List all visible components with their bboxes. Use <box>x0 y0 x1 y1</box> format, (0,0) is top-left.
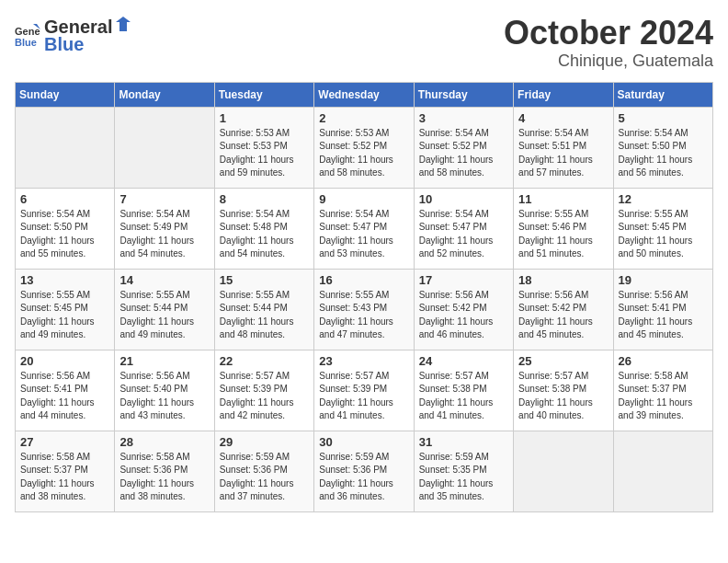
calendar-cell: 4Sunrise: 5:54 AM Sunset: 5:51 PM Daylig… <box>514 107 613 188</box>
calendar-cell: 5Sunrise: 5:54 AM Sunset: 5:50 PM Daylig… <box>613 107 712 188</box>
day-info: Sunrise: 5:54 AM Sunset: 5:52 PM Dayligh… <box>419 127 508 180</box>
calendar-cell: 30Sunrise: 5:59 AM Sunset: 5:36 PM Dayli… <box>314 431 414 511</box>
weekday-header-cell: Friday <box>514 82 613 107</box>
calendar-cell: 15Sunrise: 5:55 AM Sunset: 5:44 PM Dayli… <box>214 269 313 350</box>
day-number: 23 <box>319 354 408 368</box>
svg-text:General: General <box>15 26 40 37</box>
day-number: 22 <box>220 354 309 368</box>
day-info: Sunrise: 5:54 AM Sunset: 5:50 PM Dayligh… <box>619 127 708 180</box>
day-number: 2 <box>319 111 408 125</box>
calendar-cell: 14Sunrise: 5:55 AM Sunset: 5:44 PM Dayli… <box>115 269 214 350</box>
calendar-cell: 19Sunrise: 5:56 AM Sunset: 5:41 PM Dayli… <box>613 269 712 350</box>
day-number: 3 <box>419 111 508 125</box>
day-info: Sunrise: 5:58 AM Sunset: 5:37 PM Dayligh… <box>20 451 109 504</box>
day-info: Sunrise: 5:59 AM Sunset: 5:36 PM Dayligh… <box>220 451 309 504</box>
day-number: 16 <box>319 273 408 287</box>
calendar-cell: 10Sunrise: 5:54 AM Sunset: 5:47 PM Dayli… <box>414 188 513 269</box>
calendar-cell: 2Sunrise: 5:53 AM Sunset: 5:52 PM Daylig… <box>314 107 414 188</box>
calendar-week-row: 1Sunrise: 5:53 AM Sunset: 5:53 PM Daylig… <box>16 107 713 188</box>
calendar-cell: 12Sunrise: 5:55 AM Sunset: 5:45 PM Dayli… <box>613 188 712 269</box>
day-number: 4 <box>518 111 608 125</box>
calendar-cell: 8Sunrise: 5:54 AM Sunset: 5:48 PM Daylig… <box>214 188 313 269</box>
calendar-cell: 23Sunrise: 5:57 AM Sunset: 5:39 PM Dayli… <box>314 350 414 431</box>
day-info: Sunrise: 5:56 AM Sunset: 5:42 PM Dayligh… <box>518 289 608 342</box>
day-number: 11 <box>518 192 608 206</box>
calendar-week-row: 6Sunrise: 5:54 AM Sunset: 5:50 PM Daylig… <box>16 188 713 269</box>
day-number: 14 <box>119 273 209 287</box>
logo: General Blue General Blue <box>15 15 132 55</box>
weekday-header-cell: Thursday <box>414 82 513 107</box>
day-info: Sunrise: 5:59 AM Sunset: 5:35 PM Dayligh… <box>419 451 508 504</box>
calendar-cell: 31Sunrise: 5:59 AM Sunset: 5:35 PM Dayli… <box>414 431 513 511</box>
day-info: Sunrise: 5:54 AM Sunset: 5:48 PM Dayligh… <box>220 208 309 261</box>
day-info: Sunrise: 5:56 AM Sunset: 5:41 PM Dayligh… <box>619 289 708 342</box>
day-info: Sunrise: 5:54 AM Sunset: 5:51 PM Dayligh… <box>518 127 608 180</box>
day-number: 9 <box>319 192 408 206</box>
calendar-cell: 11Sunrise: 5:55 AM Sunset: 5:46 PM Dayli… <box>514 188 613 269</box>
day-number: 27 <box>20 435 109 449</box>
title-block: October 2024 Chinique, Guatemala <box>504 15 713 71</box>
svg-text:Blue: Blue <box>15 37 37 48</box>
day-info: Sunrise: 5:53 AM Sunset: 5:52 PM Dayligh… <box>319 127 408 180</box>
calendar-week-row: 27Sunrise: 5:58 AM Sunset: 5:37 PM Dayli… <box>16 431 713 511</box>
day-info: Sunrise: 5:55 AM Sunset: 5:44 PM Dayligh… <box>119 289 209 342</box>
calendar-cell: 25Sunrise: 5:57 AM Sunset: 5:38 PM Dayli… <box>514 350 613 431</box>
calendar-cell: 3Sunrise: 5:54 AM Sunset: 5:52 PM Daylig… <box>414 107 513 188</box>
calendar-cell: 18Sunrise: 5:56 AM Sunset: 5:42 PM Dayli… <box>514 269 613 350</box>
day-number: 29 <box>220 435 309 449</box>
day-number: 12 <box>619 192 708 206</box>
calendar-week-row: 13Sunrise: 5:55 AM Sunset: 5:45 PM Dayli… <box>16 269 713 350</box>
calendar-cell <box>613 431 712 511</box>
calendar-cell <box>115 107 214 188</box>
day-info: Sunrise: 5:55 AM Sunset: 5:45 PM Dayligh… <box>20 289 109 342</box>
calendar-cell: 22Sunrise: 5:57 AM Sunset: 5:39 PM Dayli… <box>214 350 313 431</box>
day-info: Sunrise: 5:55 AM Sunset: 5:46 PM Dayligh… <box>518 208 608 261</box>
day-info: Sunrise: 5:57 AM Sunset: 5:39 PM Dayligh… <box>319 370 408 423</box>
day-number: 8 <box>220 192 309 206</box>
day-info: Sunrise: 5:57 AM Sunset: 5:38 PM Dayligh… <box>419 370 508 423</box>
day-number: 28 <box>119 435 209 449</box>
day-info: Sunrise: 5:57 AM Sunset: 5:39 PM Dayligh… <box>220 370 309 423</box>
calendar-cell: 28Sunrise: 5:58 AM Sunset: 5:36 PM Dayli… <box>115 431 214 511</box>
calendar-cell <box>16 107 115 188</box>
day-number: 20 <box>20 354 109 368</box>
calendar-cell: 21Sunrise: 5:56 AM Sunset: 5:40 PM Dayli… <box>115 350 214 431</box>
calendar-cell: 29Sunrise: 5:59 AM Sunset: 5:36 PM Dayli… <box>214 431 313 511</box>
weekday-header-cell: Monday <box>115 82 214 107</box>
calendar-cell: 16Sunrise: 5:55 AM Sunset: 5:43 PM Dayli… <box>314 269 414 350</box>
calendar-cell: 13Sunrise: 5:55 AM Sunset: 5:45 PM Dayli… <box>16 269 115 350</box>
calendar-cell: 7Sunrise: 5:54 AM Sunset: 5:49 PM Daylig… <box>115 188 214 269</box>
day-info: Sunrise: 5:57 AM Sunset: 5:38 PM Dayligh… <box>518 370 608 423</box>
calendar-cell: 17Sunrise: 5:56 AM Sunset: 5:42 PM Dayli… <box>414 269 513 350</box>
day-info: Sunrise: 5:55 AM Sunset: 5:44 PM Dayligh… <box>220 289 309 342</box>
logo-icon: General Blue <box>15 22 40 48</box>
day-number: 5 <box>619 111 708 125</box>
calendar-cell: 9Sunrise: 5:54 AM Sunset: 5:47 PM Daylig… <box>314 188 414 269</box>
calendar-table: SundayMondayTuesdayWednesdayThursdayFrid… <box>15 82 713 512</box>
page-header: General Blue General Blue October 2024 C… <box>15 15 713 71</box>
weekday-header-row: SundayMondayTuesdayWednesdayThursdayFrid… <box>16 82 713 107</box>
day-info: Sunrise: 5:54 AM Sunset: 5:49 PM Dayligh… <box>119 208 209 261</box>
weekday-header-cell: Tuesday <box>214 82 313 107</box>
day-number: 31 <box>419 435 508 449</box>
calendar-week-row: 20Sunrise: 5:56 AM Sunset: 5:41 PM Dayli… <box>16 350 713 431</box>
day-info: Sunrise: 5:58 AM Sunset: 5:37 PM Dayligh… <box>619 370 708 423</box>
day-number: 17 <box>419 273 508 287</box>
day-info: Sunrise: 5:54 AM Sunset: 5:47 PM Dayligh… <box>319 208 408 261</box>
day-info: Sunrise: 5:55 AM Sunset: 5:45 PM Dayligh… <box>619 208 708 261</box>
day-number: 30 <box>319 435 408 449</box>
day-number: 26 <box>619 354 708 368</box>
calendar-cell: 24Sunrise: 5:57 AM Sunset: 5:38 PM Dayli… <box>414 350 513 431</box>
day-info: Sunrise: 5:54 AM Sunset: 5:50 PM Dayligh… <box>20 208 109 261</box>
day-info: Sunrise: 5:56 AM Sunset: 5:41 PM Dayligh… <box>20 370 109 423</box>
day-info: Sunrise: 5:56 AM Sunset: 5:40 PM Dayligh… <box>119 370 209 423</box>
calendar-body: 1Sunrise: 5:53 AM Sunset: 5:53 PM Daylig… <box>16 107 713 511</box>
day-number: 19 <box>619 273 708 287</box>
day-number: 1 <box>220 111 309 125</box>
calendar-cell: 26Sunrise: 5:58 AM Sunset: 5:37 PM Dayli… <box>613 350 712 431</box>
calendar-cell: 20Sunrise: 5:56 AM Sunset: 5:41 PM Dayli… <box>16 350 115 431</box>
day-info: Sunrise: 5:53 AM Sunset: 5:53 PM Dayligh… <box>220 127 309 180</box>
day-number: 21 <box>119 354 209 368</box>
calendar-cell <box>514 431 613 511</box>
weekday-header-cell: Wednesday <box>314 82 414 107</box>
